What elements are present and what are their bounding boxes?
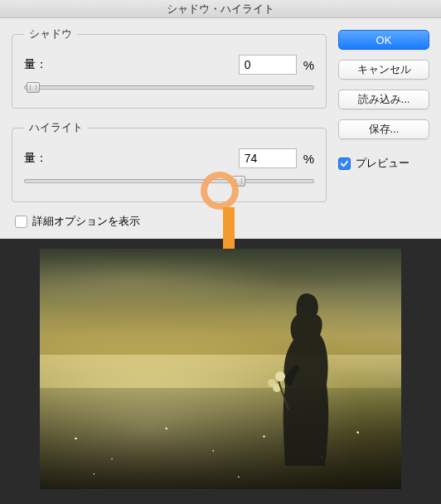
highlight-unit: % bbox=[303, 152, 314, 166]
dialog-title: シャドウ・ハイライト bbox=[0, 0, 441, 18]
highlight-legend: ハイライト bbox=[24, 120, 88, 135]
highlight-amount-row: 量： % bbox=[24, 148, 314, 168]
highlight-amount-label: 量： bbox=[24, 151, 47, 166]
shadow-amount-label: 量： bbox=[24, 57, 47, 72]
preview-image bbox=[40, 249, 401, 489]
show-more-row[interactable]: 詳細オプションを表示 bbox=[0, 214, 441, 229]
shadow-amount-row: 量： % bbox=[24, 55, 314, 75]
button-column: OK キャンセル 読み込み... 保存... プレビュー bbox=[338, 27, 429, 214]
save-button[interactable]: 保存... bbox=[338, 119, 429, 139]
highlight-slider[interactable] bbox=[24, 177, 314, 187]
preview-checkbox-row[interactable]: プレビュー bbox=[338, 156, 429, 171]
highlight-group: ハイライト 量： % bbox=[12, 120, 327, 202]
highlight-amount-input[interactable] bbox=[239, 148, 297, 168]
preview-label: プレビュー bbox=[356, 156, 410, 171]
shadow-slider[interactable] bbox=[24, 83, 314, 93]
preview-checkbox[interactable] bbox=[338, 158, 351, 170]
subject-silhouette bbox=[260, 285, 343, 468]
dialog-body: シャドウ 量： % ハイライト 量： bbox=[0, 18, 441, 217]
svg-point-2 bbox=[275, 371, 285, 381]
image-canvas bbox=[0, 239, 441, 504]
shadow-unit: % bbox=[303, 58, 314, 72]
controls-column: シャドウ 量： % ハイライト 量： bbox=[12, 27, 327, 214]
ok-button[interactable]: OK bbox=[338, 30, 429, 50]
show-more-label: 詳細オプションを表示 bbox=[32, 214, 140, 229]
shadow-amount-input[interactable] bbox=[239, 55, 297, 75]
load-button[interactable]: 読み込み... bbox=[338, 90, 429, 109]
cancel-button[interactable]: キャンセル bbox=[338, 60, 429, 80]
show-more-checkbox[interactable] bbox=[15, 216, 27, 228]
shadow-group: シャドウ 量： % bbox=[12, 27, 327, 109]
dialog: シャドウ・ハイライト シャドウ 量： % ハイライト bbox=[0, 0, 441, 239]
shadow-legend: シャドウ bbox=[24, 27, 77, 41]
